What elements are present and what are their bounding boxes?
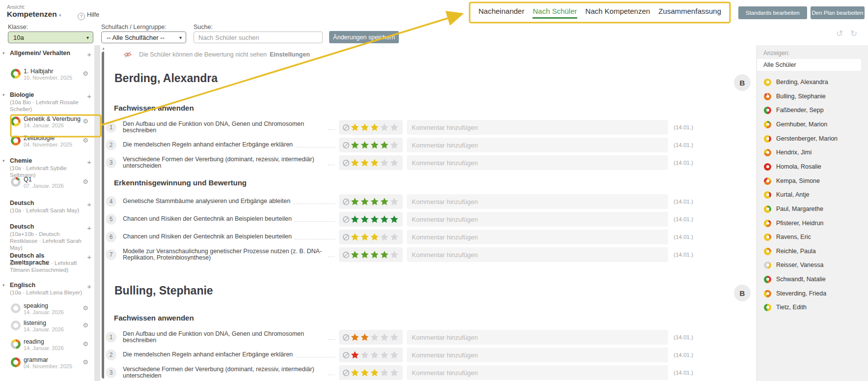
- star-icon[interactable]: [380, 351, 389, 359]
- redo-icon[interactable]: ↻: [850, 29, 857, 39]
- gear-icon[interactable]: ⚙: [83, 304, 88, 312]
- star-icon[interactable]: [380, 141, 389, 149]
- star-icon[interactable]: [370, 215, 379, 224]
- no-rating-icon[interactable]: [342, 334, 350, 341]
- chevron-down-icon[interactable]: ▾: [2, 158, 5, 163]
- student-filter-item[interactable]: Gerstenberger, Marion: [764, 134, 838, 144]
- star-icon[interactable]: [370, 250, 379, 259]
- student-filter-item[interactable]: Gernhuber, Marion: [764, 119, 827, 129]
- star-icon[interactable]: [380, 197, 389, 206]
- no-rating-icon[interactable]: [342, 369, 350, 377]
- gear-icon[interactable]: ⚙: [83, 178, 88, 185]
- star-icon[interactable]: [370, 123, 379, 132]
- star-icon[interactable]: [370, 141, 379, 149]
- star-icon[interactable]: [350, 141, 360, 149]
- student-filter-item[interactable]: Pfisterer, Heidrun: [764, 218, 824, 228]
- star-icon[interactable]: [380, 215, 389, 224]
- gear-icon[interactable]: ⚙: [83, 137, 88, 144]
- student-filter-item[interactable]: Berding, Alexandra: [764, 77, 828, 87]
- no-rating-icon[interactable]: [342, 198, 350, 205]
- star-icon[interactable]: [390, 123, 399, 132]
- student-filter-item[interactable]: Paul, Margarethe: [764, 204, 823, 214]
- no-rating-icon[interactable]: [342, 352, 350, 359]
- student-filter-item[interactable]: Faßbender, Sepp: [764, 105, 824, 115]
- student-filter-item[interactable]: Kurtal, Antje: [764, 190, 809, 200]
- student-filter-item[interactable]: Kempa, Simone: [764, 176, 820, 186]
- gear-icon[interactable]: ⚙: [83, 322, 88, 329]
- star-rating[interactable]: [339, 247, 403, 262]
- star-icon[interactable]: [380, 233, 389, 241]
- star-rating[interactable]: [339, 348, 403, 362]
- star-icon[interactable]: [370, 368, 379, 377]
- add-plus-icon[interactable]: +: [87, 92, 91, 100]
- star-icon[interactable]: [380, 250, 389, 259]
- star-icon[interactable]: [360, 123, 369, 132]
- star-rating[interactable]: [339, 212, 403, 227]
- star-icon[interactable]: [390, 333, 399, 342]
- view-dropdown[interactable]: Kompetenzen ▾: [7, 10, 61, 19]
- add-plus-icon[interactable]: +: [87, 50, 91, 59]
- comment-input[interactable]: Kommentar hinzufügen: [407, 138, 668, 152]
- student-filter-item[interactable]: Ravens, Eric: [764, 232, 811, 242]
- student-filter-item[interactable]: Reichle, Paula: [764, 246, 816, 256]
- comment-input[interactable]: Kommentar hinzufügen: [407, 194, 668, 209]
- star-icon[interactable]: [390, 351, 399, 359]
- edit-standards-button[interactable]: Standards bearbeiten: [738, 6, 807, 19]
- comment-input[interactable]: Kommentar hinzufügen: [407, 155, 668, 170]
- gear-icon[interactable]: ⚙: [83, 358, 88, 366]
- no-rating-icon[interactable]: [342, 124, 350, 131]
- star-icon[interactable]: [360, 333, 369, 342]
- add-plus-icon[interactable]: +: [87, 224, 91, 232]
- star-rating[interactable]: [339, 230, 403, 244]
- edit-plan-button[interactable]: Den Plan bearbeiten: [811, 6, 865, 19]
- no-rating-icon[interactable]: [342, 159, 350, 167]
- gear-icon[interactable]: ⚙: [83, 340, 88, 348]
- star-icon[interactable]: [350, 250, 360, 259]
- klasse-select[interactable]: 10a ▾: [8, 31, 93, 43]
- comment-input[interactable]: Kommentar hinzufügen: [407, 330, 668, 345]
- star-icon[interactable]: [370, 233, 379, 241]
- student-filter-item[interactable]: Reisser, Vanessa: [764, 260, 823, 270]
- add-plus-icon[interactable]: +: [87, 200, 91, 208]
- tab-zusammenfassung[interactable]: Zusammenfassung: [658, 7, 721, 19]
- sidebar-scrollbar[interactable]: [94, 45, 100, 381]
- add-plus-icon[interactable]: +: [87, 253, 91, 261]
- star-icon[interactable]: [380, 123, 389, 132]
- star-icon[interactable]: [360, 158, 369, 167]
- search-input[interactable]: [194, 31, 323, 43]
- star-icon[interactable]: [350, 197, 360, 206]
- star-rating[interactable]: [339, 194, 403, 209]
- student-filter-item[interactable]: Tietz, Edith: [764, 302, 807, 312]
- star-icon[interactable]: [370, 351, 379, 359]
- star-icon[interactable]: [360, 197, 369, 206]
- chevron-down-icon[interactable]: ▾: [2, 92, 5, 97]
- star-rating[interactable]: [339, 155, 403, 170]
- add-plus-icon[interactable]: +: [87, 282, 91, 291]
- tab-nacheinander[interactable]: Nacheinander: [478, 7, 524, 19]
- gear-icon[interactable]: ⚙: [83, 117, 88, 125]
- star-icon[interactable]: [390, 233, 399, 241]
- star-icon[interactable]: [360, 351, 369, 359]
- star-icon[interactable]: [390, 197, 399, 206]
- star-icon[interactable]: [390, 158, 399, 167]
- comment-input[interactable]: Kommentar hinzufügen: [407, 365, 668, 380]
- comment-input[interactable]: Kommentar hinzufügen: [407, 230, 668, 244]
- settings-link[interactable]: Einstellungen: [270, 51, 310, 58]
- no-rating-icon[interactable]: [342, 234, 350, 241]
- star-icon[interactable]: [360, 215, 369, 224]
- star-icon[interactable]: [360, 233, 369, 241]
- star-rating[interactable]: [339, 365, 403, 380]
- student-filter-item[interactable]: Hendrix, Jimi: [764, 147, 812, 157]
- student-filter-item[interactable]: Schwandt, Natalie: [764, 274, 826, 284]
- star-rating[interactable]: [339, 138, 403, 152]
- star-icon[interactable]: [380, 158, 389, 167]
- chevron-down-icon[interactable]: ▾: [2, 51, 5, 56]
- star-icon[interactable]: [360, 250, 369, 259]
- star-rating[interactable]: [339, 330, 403, 345]
- star-icon[interactable]: [350, 158, 360, 167]
- undo-icon[interactable]: ↺: [836, 29, 843, 39]
- student-filter-item[interactable]: Steverding, Frieda: [764, 289, 826, 298]
- star-icon[interactable]: [360, 141, 369, 149]
- star-icon[interactable]: [350, 123, 360, 132]
- star-icon[interactable]: [380, 333, 389, 342]
